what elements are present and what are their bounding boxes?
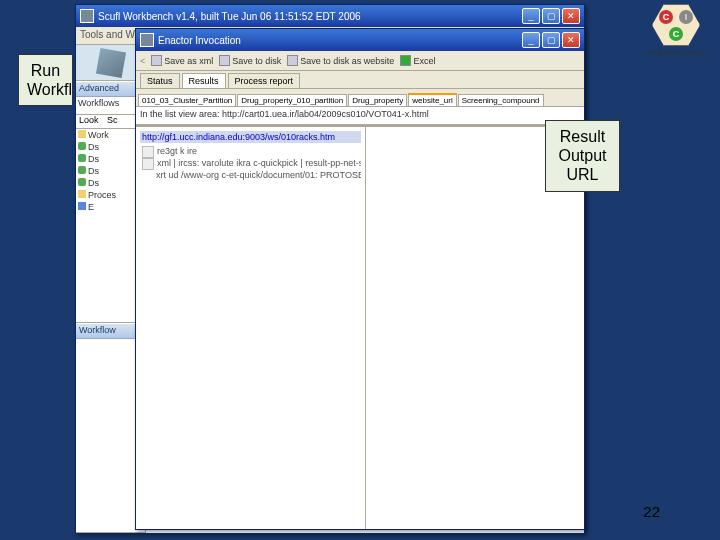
callout-text: Result — [560, 128, 605, 145]
look-label: Look — [76, 115, 102, 125]
excel-button[interactable]: Excel — [400, 55, 435, 66]
line-text: xrt ud /www-org c-et-quick/document/01: … — [156, 170, 361, 180]
logo-c-red: C — [659, 10, 673, 24]
callout-text: URL — [566, 166, 598, 183]
logo-c-green: C — [669, 27, 683, 41]
result-detail-line: xml | ircss: varolute ikra c-quickpick |… — [140, 158, 361, 170]
line-text: xml | ircss: varolute ikra c-quickpick |… — [157, 158, 361, 168]
callout-text: Workfl — [27, 81, 72, 98]
web-icon — [287, 55, 298, 66]
hexagon-icon: C I C — [652, 4, 700, 46]
tab-label: Workflows — [78, 98, 119, 108]
chembiogrid-logo: C I C CHEMBIOGRID — [636, 4, 716, 74]
cube-icon — [95, 47, 125, 77]
tree-label: Work — [88, 130, 109, 140]
minimize-button[interactable]: _ — [522, 32, 540, 48]
triangle-icon — [78, 178, 86, 186]
button-label: Save to disk as website — [300, 56, 394, 66]
workbench-title: Scufl Workbench v1.4, built Tue Jun 06 1… — [94, 11, 520, 22]
button-label: Excel — [413, 56, 435, 66]
save-icon — [151, 55, 162, 66]
enactor-main-tabs: Status Results Process report — [136, 71, 584, 89]
page-number: 22 — [643, 503, 660, 520]
result-url-link[interactable]: http://gf1.ucc.indiana.edu:9003/ws/010ra… — [140, 131, 361, 143]
logo-label: CHEMBIOGRID — [636, 48, 716, 57]
button-label: Save as xml — [164, 56, 213, 66]
doc-icon — [142, 146, 154, 158]
maximize-button[interactable]: ▢ — [542, 32, 560, 48]
tree-label: Ds — [88, 178, 99, 188]
doc-icon — [142, 158, 154, 170]
save-to-disk-button[interactable]: Save to disk — [219, 55, 281, 66]
triangle-icon — [78, 166, 86, 174]
close-button[interactable]: ✕ — [562, 32, 580, 48]
workbench-titlebar[interactable]: Scufl Workbench v1.4, built Tue Jun 06 1… — [76, 5, 584, 27]
results-list-pane[interactable]: http://gf1.ucc.indiana.edu:9003/ws/010ra… — [136, 127, 366, 529]
logo-i-grey: I — [679, 10, 693, 24]
node-icon — [78, 202, 86, 210]
excel-icon — [400, 55, 411, 66]
enactor-toolbar: < Save as xml Save to disk Save to disk … — [136, 51, 584, 71]
callout-result-output-url: Result Output URL — [545, 120, 620, 192]
enactor-title: Enactor Invocation — [154, 35, 520, 46]
folder-icon — [78, 190, 86, 198]
save-as-xml-button[interactable]: Save as xml — [151, 55, 213, 66]
tree-label: Proces — [88, 190, 116, 200]
folder-icon — [78, 130, 86, 138]
callout-text: Run — [31, 62, 60, 79]
enactor-window: Enactor Invocation _ ▢ ✕ < Save as xml S… — [135, 28, 585, 530]
tree-label: Ds — [88, 154, 99, 164]
line-text: re3gt k ire — [157, 146, 197, 156]
disk-icon — [219, 55, 230, 66]
enactor-content: http://gf1.ucc.indiana.edu:9003/ws/010ra… — [136, 127, 584, 529]
subtab-screening-compound[interactable]: Screening_compound — [458, 94, 544, 106]
save-website-button[interactable]: Save to disk as website — [287, 55, 394, 66]
enactor-url-info: In the list view area: http://cart01.uea… — [136, 107, 584, 125]
subtab-cluster-partition[interactable]: 010_03_Cluster_Partition — [138, 94, 236, 106]
subtab-website-url[interactable]: website_url — [408, 93, 456, 106]
minimize-button[interactable]: _ — [522, 8, 540, 24]
maximize-button[interactable]: ▢ — [542, 8, 560, 24]
tree-label: E — [88, 202, 94, 212]
button-label: Save to disk — [232, 56, 281, 66]
callout-text: Output — [558, 147, 606, 164]
enactor-sub-tabs: 010_03_Cluster_Partition Drug_property_0… — [136, 89, 584, 107]
subtab-drug-property-partition[interactable]: Drug_property_010_partition — [237, 94, 347, 106]
tree-label: Ds — [88, 166, 99, 176]
app-icon — [80, 9, 94, 23]
tab-status[interactable]: Status — [140, 73, 180, 88]
sc-label: Sc — [104, 115, 121, 125]
tab-results[interactable]: Results — [182, 73, 226, 88]
tree-label: Ds — [88, 142, 99, 152]
result-detail-line: xrt ud /www-org c-et-quick/document/01: … — [140, 170, 361, 182]
app-icon — [140, 33, 154, 47]
triangle-icon — [78, 142, 86, 150]
callout-run-workflow: Run Workfl — [18, 54, 73, 106]
close-button[interactable]: ✕ — [562, 8, 580, 24]
subtab-drug-property[interactable]: Drug_property — [348, 94, 407, 106]
enactor-titlebar[interactable]: Enactor Invocation _ ▢ ✕ — [136, 29, 584, 51]
tab-process-report[interactable]: Process report — [228, 73, 301, 88]
result-detail-line: re3gt k ire — [140, 146, 361, 158]
triangle-icon — [78, 154, 86, 162]
